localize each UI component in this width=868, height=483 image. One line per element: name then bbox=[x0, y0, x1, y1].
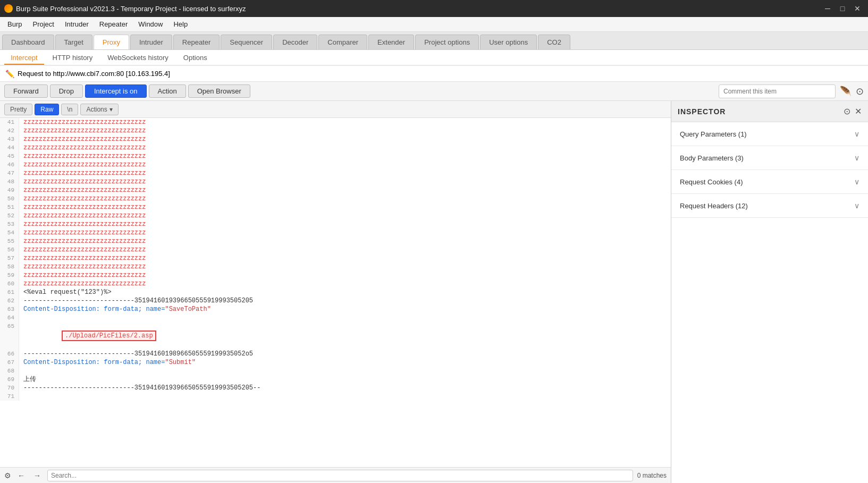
table-row: 61<%eval request("123")%> bbox=[0, 288, 671, 296]
tab-project-options[interactable]: Project options bbox=[415, 35, 479, 49]
table-row: 66-----------------------------351941601… bbox=[0, 350, 671, 358]
inspector-pane: INSPECTOR ⊙ ✕ Query Parameters (1) ∨ Bod… bbox=[671, 101, 868, 483]
request-bar: ✏️ Request to http://www.cbi7.com:80 [10… bbox=[0, 66, 868, 82]
search-input[interactable] bbox=[47, 470, 633, 481]
toolbar-right: 🪶 ⊙ bbox=[719, 84, 864, 98]
tab-user-options[interactable]: User options bbox=[480, 35, 537, 49]
request-cookies-label: Request Cookies (4) bbox=[680, 178, 743, 186]
menu-repeater[interactable]: Repeater bbox=[94, 19, 133, 29]
body-parameters-section: Body Parameters (3) ∨ bbox=[671, 146, 868, 170]
forward-button[interactable]: Forward bbox=[4, 84, 48, 98]
comment-input[interactable] bbox=[719, 84, 836, 98]
subtab-options[interactable]: Options bbox=[177, 52, 214, 64]
request-cookies-header[interactable]: Request Cookies (4) ∨ bbox=[671, 170, 868, 193]
search-bar: ⚙ ← → 0 matches bbox=[0, 467, 671, 483]
close-button[interactable]: ✕ bbox=[851, 3, 864, 14]
intercept-button[interactable]: Intercept is on bbox=[85, 84, 147, 98]
table-row: 70-----------------------------351941601… bbox=[0, 384, 671, 392]
table-row: 46zzzzzzzzzzzzzzzzzzzzzzzzzzzzzzzz bbox=[0, 160, 671, 169]
tab-extender[interactable]: Extender bbox=[368, 35, 414, 49]
titlebar-title: Burp Suite Professional v2021.3 - Tempor… bbox=[16, 5, 246, 13]
tab-sequencer[interactable]: Sequencer bbox=[221, 35, 272, 49]
editor-content[interactable]: 41zzzzzzzzzzzzzzzzzzzzzzzzzzzzzzzz 42zzz… bbox=[0, 118, 671, 467]
table-row: 57zzzzzzzzzzzzzzzzzzzzzzzzzzzzzzzz bbox=[0, 254, 671, 262]
table-row: 47zzzzzzzzzzzzzzzzzzzzzzzzzzzzzzzz bbox=[0, 169, 671, 177]
table-row: 58zzzzzzzzzzzzzzzzzzzzzzzzzzzzzzzz bbox=[0, 262, 671, 271]
burp-logo-icon bbox=[4, 4, 13, 13]
table-row: 48zzzzzzzzzzzzzzzzzzzzzzzzzzzzzzzz bbox=[0, 177, 671, 186]
actions-chevron-icon: ▾ bbox=[109, 106, 113, 113]
query-parameters-header[interactable]: Query Parameters (1) ∨ bbox=[671, 122, 868, 146]
table-row: 53zzzzzzzzzzzzzzzzzzzzzzzzzzzzzzzz bbox=[0, 220, 671, 228]
table-row: 51zzzzzzzzzzzzzzzzzzzzzzzzzzzzzzzz bbox=[0, 203, 671, 211]
tab-co2[interactable]: CO2 bbox=[538, 35, 570, 49]
table-row: 65 ./Upload/PicFiles/2.asp bbox=[0, 322, 671, 350]
editor-pane: Pretty Raw \n Actions ▾ 41zzzzzzzzzzzzzz… bbox=[0, 101, 671, 483]
table-row: 43zzzzzzzzzzzzzzzzzzzzzzzzzzzzzzzz bbox=[0, 135, 671, 143]
tab-target[interactable]: Target bbox=[55, 35, 92, 49]
request-headers-label: Request Headers (12) bbox=[680, 202, 748, 210]
open-browser-button[interactable]: Open Browser bbox=[188, 84, 250, 98]
tab-intruder[interactable]: Intruder bbox=[130, 35, 172, 49]
drop-button[interactable]: Drop bbox=[50, 84, 83, 98]
feather-icon: 🪶 bbox=[840, 86, 852, 97]
pretty-button[interactable]: Pretty bbox=[4, 104, 32, 115]
action-button[interactable]: Action bbox=[149, 84, 186, 98]
tab-comparer[interactable]: Comparer bbox=[318, 35, 367, 49]
actions-label: Actions bbox=[86, 106, 107, 113]
inspector-header: INSPECTOR ⊙ ✕ bbox=[671, 101, 868, 122]
tab-decoder[interactable]: Decoder bbox=[273, 35, 317, 49]
inspector-close-button[interactable]: ✕ bbox=[855, 106, 862, 116]
inspector-header-icons: ⊙ ✕ bbox=[844, 106, 862, 116]
table-row: 64 bbox=[0, 313, 671, 322]
table-row: 42zzzzzzzzzzzzzzzzzzzzzzzzzzzzzzzz bbox=[0, 126, 671, 135]
table-row: 59zzzzzzzzzzzzzzzzzzzzzzzzzzzzzzzz bbox=[0, 271, 671, 279]
tab-repeater[interactable]: Repeater bbox=[173, 35, 220, 49]
table-row: 54zzzzzzzzzzzzzzzzzzzzzzzzzzzzzzzz bbox=[0, 228, 671, 237]
table-row: 69上传 bbox=[0, 375, 671, 384]
actions-dropdown-button[interactable]: Actions ▾ bbox=[80, 104, 118, 115]
request-headers-header[interactable]: Request Headers (12) ∨ bbox=[671, 194, 868, 217]
table-row: 52zzzzzzzzzzzzzzzzzzzzzzzzzzzzzzzz bbox=[0, 211, 671, 220]
query-parameters-chevron-icon: ∨ bbox=[854, 130, 859, 138]
editor-toolbar: Pretty Raw \n Actions ▾ bbox=[0, 101, 671, 118]
query-parameters-label: Query Parameters (1) bbox=[680, 130, 747, 138]
table-row: 71 bbox=[0, 392, 671, 401]
minimize-button[interactable]: ─ bbox=[821, 3, 834, 14]
newline-button[interactable]: \n bbox=[61, 104, 78, 115]
search-next-button[interactable]: → bbox=[31, 470, 43, 481]
table-row: 41zzzzzzzzzzzzzzzzzzzzzzzzzzzzzzzz bbox=[0, 118, 671, 126]
titlebar-controls: ─ □ ✕ bbox=[821, 3, 864, 14]
raw-button[interactable]: Raw bbox=[35, 104, 59, 115]
table-row: 50zzzzzzzzzzzzzzzzzzzzzzzzzzzzzzzz bbox=[0, 194, 671, 203]
menu-intruder[interactable]: Intruder bbox=[60, 19, 94, 29]
menu-help[interactable]: Help bbox=[168, 19, 193, 29]
toolbar: Forward Drop Intercept is on Action Open… bbox=[0, 82, 868, 101]
titlebar-left: Burp Suite Professional v2021.3 - Tempor… bbox=[4, 4, 246, 13]
body-parameters-header[interactable]: Body Parameters (3) ∨ bbox=[671, 146, 868, 170]
content-area: Pretty Raw \n Actions ▾ 41zzzzzzzzzzzzzz… bbox=[0, 101, 868, 483]
tab-proxy[interactable]: Proxy bbox=[94, 35, 129, 49]
search-settings-button[interactable]: ⚙ bbox=[4, 471, 11, 480]
menu-burp[interactable]: Burp bbox=[2, 19, 27, 29]
titlebar: Burp Suite Professional v2021.3 - Tempor… bbox=[0, 0, 868, 17]
subtab-websockets-history[interactable]: WebSockets history bbox=[101, 52, 175, 64]
menubar: Burp Project Intruder Repeater Window He… bbox=[0, 17, 868, 32]
help-icon-button[interactable]: ⊙ bbox=[856, 86, 864, 97]
tab-dashboard[interactable]: Dashboard bbox=[2, 35, 54, 49]
sub-tabs: Intercept HTTP history WebSockets histor… bbox=[0, 50, 868, 66]
subtab-http-history[interactable]: HTTP history bbox=[46, 52, 99, 64]
search-prev-button[interactable]: ← bbox=[15, 470, 27, 481]
subtab-intercept[interactable]: Intercept bbox=[4, 52, 44, 65]
request-headers-chevron-icon: ∨ bbox=[854, 201, 859, 210]
query-parameters-section: Query Parameters (1) ∨ bbox=[671, 122, 868, 146]
table-row: 67Content-Disposition: form-data; name="… bbox=[0, 358, 671, 367]
table-row: 45zzzzzzzzzzzzzzzzzzzzzzzzzzzzzzzz bbox=[0, 152, 671, 160]
highlighted-value: ./Upload/PicFiles/2.asp bbox=[62, 331, 156, 341]
table-row: 49zzzzzzzzzzzzzzzzzzzzzzzzzzzzzzzz bbox=[0, 186, 671, 194]
table-row: 55zzzzzzzzzzzzzzzzzzzzzzzzzzzzzzzz bbox=[0, 237, 671, 245]
maximize-button[interactable]: □ bbox=[836, 3, 849, 14]
menu-window[interactable]: Window bbox=[133, 19, 168, 29]
inspector-help-button[interactable]: ⊙ bbox=[844, 106, 850, 116]
menu-project[interactable]: Project bbox=[27, 19, 59, 29]
